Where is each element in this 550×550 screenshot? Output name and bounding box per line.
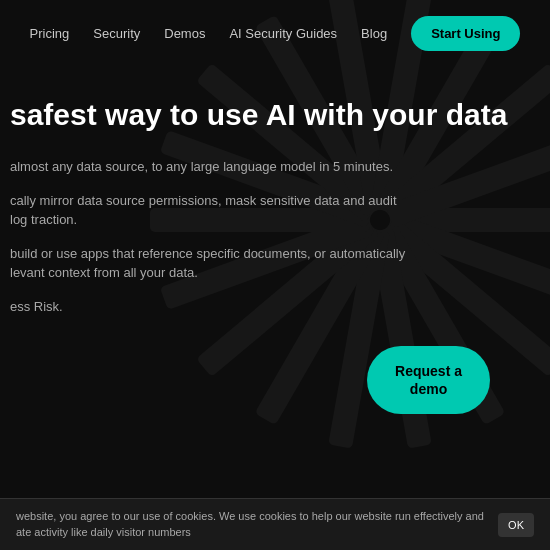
hero-section: safest way to use AI with your data almo…: [0, 67, 550, 434]
nav-link-ai-security-guides[interactable]: AI Security Guides: [229, 26, 337, 41]
feature-item-1: almost any data source, to any large lan…: [10, 157, 410, 177]
feature-item-4: ess Risk.: [10, 297, 410, 317]
cookie-banner: website, you agree to our use of cookies…: [0, 498, 550, 550]
cookie-text: website, you agree to our use of cookies…: [16, 509, 488, 540]
nav-link-security[interactable]: Security: [93, 26, 140, 41]
navbar: Pricing Security Demos AI Security Guide…: [0, 0, 550, 67]
nav-link-pricing[interactable]: Pricing: [30, 26, 70, 41]
feature-list: almost any data source, to any large lan…: [0, 157, 550, 316]
feature-item-3: build or use apps that reference specifi…: [10, 244, 410, 283]
cookie-accept-button[interactable]: OK: [498, 513, 534, 537]
request-demo-button[interactable]: Request ademo: [367, 346, 490, 414]
demo-button-wrapper: Request ademo: [0, 346, 550, 414]
start-using-button[interactable]: Start Using: [411, 16, 520, 51]
feature-item-2: cally mirror data source permissions, ma…: [10, 191, 410, 230]
nav-link-blog[interactable]: Blog: [361, 26, 387, 41]
nav-link-demos[interactable]: Demos: [164, 26, 205, 41]
hero-title: safest way to use AI with your data: [0, 97, 550, 133]
